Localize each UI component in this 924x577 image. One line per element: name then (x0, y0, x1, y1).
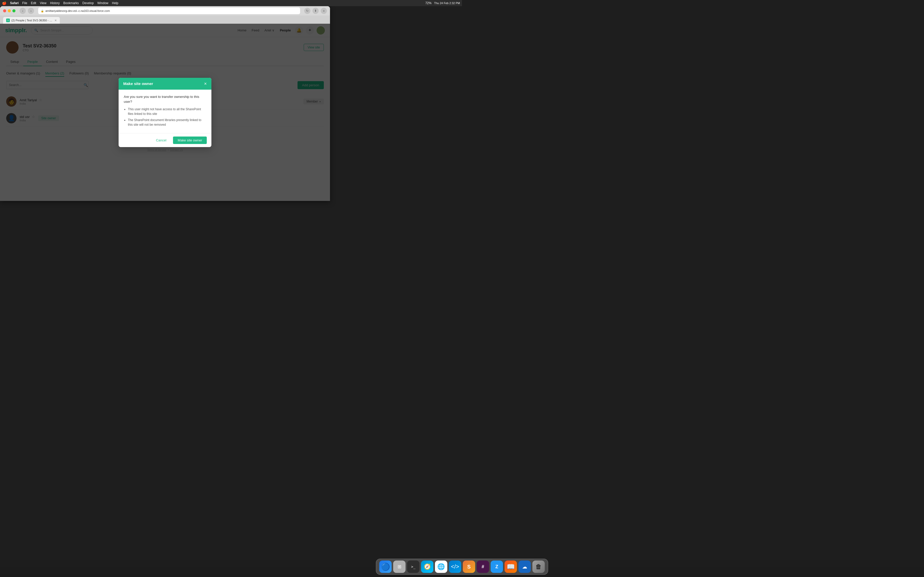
modal-bullet-1: This user might not have access to all t… (128, 107, 206, 116)
browser-tabs: S (2) People | Test SV2-36350 - Simpplr … (0, 15, 330, 24)
tab-favicon: S (6, 19, 10, 22)
time-display: Thu 24 Feb 2:32 PM (434, 2, 460, 5)
make-site-owner-button[interactable]: Make site owner (173, 137, 207, 144)
modal-backdrop: Make site owner × Are you sure you want … (0, 24, 330, 201)
browser-nav: ‹ › (19, 8, 34, 14)
modal-body: Are you sure you want to transfer owners… (119, 90, 212, 133)
modal-header: Make site owner × (119, 78, 212, 90)
address-bar[interactable]: 🔒 amittariyaldevorg-dev-ed--c.na163.visu… (38, 8, 300, 14)
menu-bar: 🍎 Safari File Edit View History Bookmark… (0, 0, 462, 6)
menu-develop[interactable]: Develop (82, 1, 94, 5)
menu-help[interactable]: Help (112, 1, 118, 5)
close-window-button[interactable] (3, 9, 6, 12)
modal-footer: Cancel Make site owner (119, 133, 212, 147)
traffic-lights (3, 9, 16, 12)
maximize-window-button[interactable] (12, 9, 16, 12)
forward-button[interactable]: › (28, 8, 34, 14)
modal-title: Make site owner (123, 81, 153, 86)
modal-question: Are you sure you want to transfer owners… (124, 94, 206, 104)
modal-close-button[interactable]: × (204, 81, 207, 86)
browser-window: ‹ › 🔒 amittariyaldevorg-dev-ed--c.na163.… (0, 6, 330, 201)
battery-indicator: 72% (425, 1, 431, 5)
menu-history[interactable]: History (50, 1, 60, 5)
minimize-window-button[interactable] (8, 9, 11, 12)
apple-menu[interactable]: 🍎 (2, 1, 6, 5)
lock-icon: 🔒 (41, 10, 44, 12)
browser-chrome: ‹ › 🔒 amittariyaldevorg-dev-ed--c.na163.… (0, 6, 330, 24)
cancel-button[interactable]: Cancel (152, 137, 170, 144)
menu-file[interactable]: File (22, 1, 27, 5)
browser-tab-active[interactable]: S (2) People | Test SV2-36350 - Simpplr … (3, 17, 60, 24)
modal-bullets: This user might not have access to all t… (128, 107, 206, 127)
share-button[interactable]: ⬆ (312, 8, 319, 14)
modal-bullet-2: The SharePoint document libraries presen… (128, 118, 206, 127)
menu-view[interactable]: View (40, 1, 47, 5)
menu-window[interactable]: Window (97, 1, 108, 5)
new-tab-button[interactable]: + (321, 8, 327, 14)
make-site-owner-modal: Make site owner × Are you sure you want … (119, 78, 212, 147)
app-name: Safari (10, 1, 19, 5)
browser-title-bar: ‹ › 🔒 amittariyaldevorg-dev-ed--c.na163.… (0, 6, 330, 15)
refresh-button[interactable]: ↻ (304, 8, 310, 14)
menu-bookmarks[interactable]: Bookmarks (63, 1, 79, 5)
menu-edit[interactable]: Edit (31, 1, 36, 5)
url-text: amittariyaldevorg-dev-ed--c.na163.visual… (45, 9, 110, 12)
tab-title: (2) People | Test SV2-36350 - Simpplr (11, 19, 53, 22)
tab-close-icon[interactable]: × (55, 18, 57, 23)
app-content-area: simpplr. 🔍 Search Simpplr... Home Feed A… (0, 24, 330, 201)
back-button[interactable]: ‹ (19, 8, 26, 14)
